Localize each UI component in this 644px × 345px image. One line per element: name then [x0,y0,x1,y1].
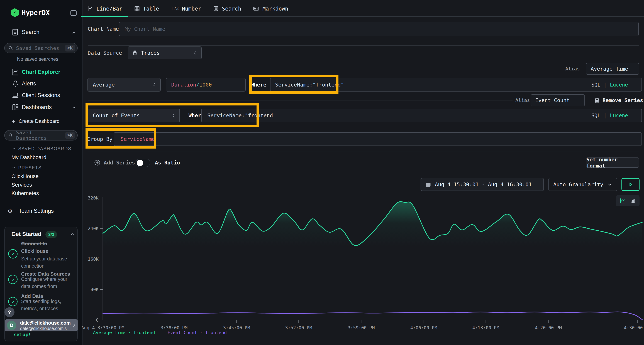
group-by-input[interactable]: ServiceName [114,132,642,146]
sidebar-item-kubernetes[interactable]: Kubernetes [12,189,39,197]
svg-text:160K: 160K [88,257,98,262]
sidebar-item-chart-explorer[interactable]: Chart Explorer [22,68,60,76]
table-icon [134,5,140,12]
alias-label: Alias [565,63,580,75]
svg-text:4:30:00 PM: 4:30:00 PM [624,325,644,330]
create-dashboard-button[interactable]: Create Dashboard [18,117,60,125]
as-ratio-label: As Ratio [155,158,180,167]
series2-where-value: ServiceName:"frontend" [207,112,276,118]
svg-text:80K: 80K [90,287,98,292]
toggle-separator: | [604,82,607,88]
series1-field-input[interactable]: Duration/1000 [166,78,246,91]
series1-where-value: ServiceName:"frontend" [275,82,344,88]
series1-alias-value: Average Time [591,66,628,72]
sql-toggle[interactable]: SQL [592,113,600,118]
laptop-icon [12,91,19,99]
app-window: ⚡ HyperDX Search Saved Searches ⌘K No sa… [0,0,644,345]
tab-markdown[interactable]: Markdown [247,0,294,17]
series1-aggregation-select[interactable]: Average [88,78,161,91]
alias-label: Alias [516,94,530,106]
tab-search[interactable]: Search [207,0,247,17]
series1-alias-input[interactable]: Average Time [586,63,639,75]
get-started-item-desc: Configure where your data comes from [21,276,75,290]
lucene-toggle[interactable]: Lucene [610,82,628,88]
user-card[interactable]: D dale@clickhouse.com dale@clickhouse.co… [5,319,78,332]
series2-alias-value: Event Count [535,97,570,103]
chevron-down-icon[interactable] [12,165,16,170]
get-started-title: Get Started [12,231,41,237]
chevron-up-icon[interactable] [71,30,76,35]
chart-explorer-icon [12,68,19,76]
legend-item[interactable]: — Average Time · frontend [88,330,155,335]
get-started-item-desc: Set up your database connection [21,255,75,270]
saved-dashboards-section-header[interactable]: SAVED DASHBOARDS [18,145,72,152]
chevron-down-icon[interactable] [12,146,16,151]
select-chevrons-icon [193,50,198,55]
get-started-peek-text: set up! [14,332,30,338]
search-icon [8,133,13,138]
series2-alias-input[interactable]: Event Count [530,94,585,106]
sidebar-divider [0,40,82,40]
lucene-toggle[interactable]: Lucene [610,113,628,118]
sidebar-item-clickhouse[interactable]: ClickHouse [12,172,39,180]
sql-toggle[interactable]: SQL [592,82,600,88]
tab-label: Search [222,5,241,12]
as-ratio-toggle[interactable] [136,159,150,167]
sidebar-item-team-settings[interactable]: Team Settings [18,207,54,215]
tab-label: Markdown [262,5,288,12]
get-started-item-title[interactable]: Connect to ClickHouse [21,240,73,255]
select-chevrons-icon [152,82,157,87]
sidebar-section-search[interactable]: Search [22,28,39,36]
series2-language-toggle: SQL | Lucene [592,109,628,122]
saved-searches-input[interactable]: Saved Searches ⌘K [4,43,78,53]
collapse-sidebar-icon[interactable] [70,9,77,17]
tab-table[interactable]: Table [128,0,165,17]
plus-circle-icon[interactable] [94,159,101,166]
group-by-value: ServiceName [120,136,155,142]
123-icon: 123 [171,6,179,11]
sidebar-item-services[interactable]: Services [12,181,32,189]
app-title: HyperDX [22,8,50,17]
tab-number[interactable]: 123 Number [165,0,207,17]
tab-line-bar[interactable]: Line/Bar [82,0,128,17]
database-icon [132,50,138,56]
section-divider [88,45,639,46]
get-started-badge: 3/3 [46,231,57,238]
saved-dashboards-input[interactable]: Saved Dashboards ⌘K [4,130,78,140]
svg-text:240K: 240K [88,226,98,231]
sidebar-item-alerts[interactable]: Alerts [22,80,36,88]
help-button[interactable]: ? [4,307,14,317]
svg-text:0: 0 [96,318,98,323]
data-source-select[interactable]: Traces [128,46,202,59]
tabbar: Line/Bar Table 123 Number Search Markdow… [82,0,294,17]
series1-where-input[interactable]: ServiceName:"frontend" [270,78,642,91]
shortcut-badge: ⌘K [65,132,75,139]
svg-text:4:20:00 PM: 4:20:00 PM [535,325,562,330]
chevron-up-icon[interactable] [71,105,76,110]
sidebar-item-dashboards[interactable]: Dashboards [22,103,52,111]
sidebar-item-my-dashboard[interactable]: My Dashboard [12,153,46,161]
chart-name-label: Chart Name [88,22,119,36]
add-series-button[interactable]: Add Series [104,158,135,167]
series2-where-input[interactable]: ServiceName:"frontend" [201,109,642,122]
remove-series-button[interactable]: Remove Series [602,94,643,106]
legend-item[interactable]: — Event Count · frontend [162,330,227,335]
search-icon [8,45,13,50]
chevron-up-icon[interactable] [70,232,75,237]
sidebar-item-client-sessions[interactable]: Client Sessions [22,91,60,99]
chevron-right-icon [72,323,77,328]
shortcut-badge: ⌘K [65,45,75,51]
tab-label: Table [143,5,159,12]
trash-icon[interactable] [593,96,601,104]
timeseries-chart[interactable]: 080K160K240K320KAug 4 3:30:00 PM3:38:00 … [82,186,644,334]
chart-name-input[interactable]: My Chart Name [119,22,639,36]
presets-section-header[interactable]: PRESETS [18,164,42,171]
user-email: dale@clickhouse.com [20,320,71,326]
tab-label: Line/Bar [96,5,122,12]
doc-list-icon [213,5,219,12]
series2-aggregation-select[interactable]: Count of Events [88,109,180,122]
set-number-format-button[interactable]: Set number format [586,157,639,168]
group-by-label: Group By [88,132,112,146]
bell-icon [12,80,19,88]
series1-where-label: Where [251,78,266,91]
